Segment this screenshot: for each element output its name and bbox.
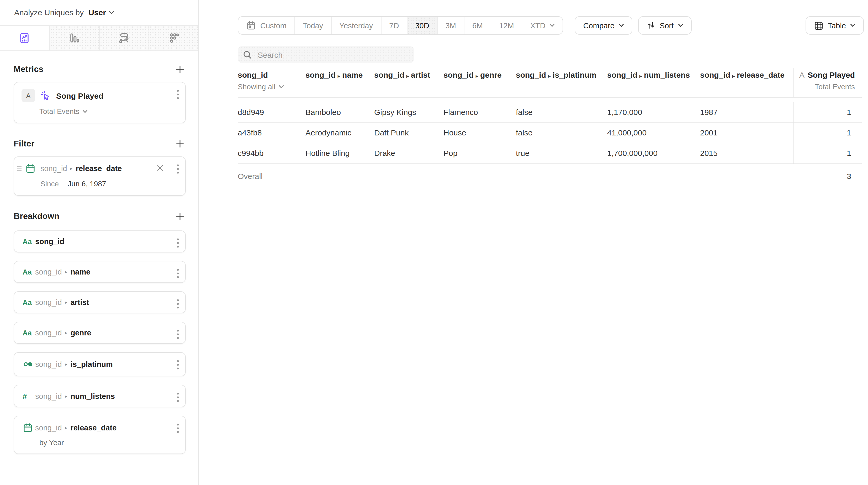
breakdown-kebab-menu[interactable] [177,330,179,339]
date-range-yesterday[interactable]: Yesterday [331,17,381,34]
text-property-icon: Aa [23,298,35,306]
tab-flows[interactable] [99,26,149,51]
column-header-is-platinum[interactable]: song_id▸is_platinum [516,68,607,97]
property-separator: ▸ [338,73,340,79]
plus-icon [176,140,184,148]
number-property-icon: # [23,392,35,400]
search-input[interactable] [257,50,409,60]
column-header-genre[interactable]: song_id▸genre [443,68,516,97]
column-header-num-listens[interactable]: song_id▸num_listens [607,68,700,97]
sort-button[interactable]: Sort [638,16,691,35]
analysis-entity-selector[interactable]: User [88,8,106,17]
calendar-icon [246,21,256,30]
column-header-parent: song_id [516,70,546,79]
breakdown-card[interactable]: Aa song_id [13,231,186,252]
drag-handle-icon[interactable] [17,166,22,171]
date-range-3m[interactable]: 3M [437,17,464,34]
breakdown-kebab-menu[interactable] [177,424,179,433]
cell-is-platinum: false [516,102,607,123]
date-range-12m[interactable]: 12M [491,17,522,34]
cell-is-platinum: true [516,143,607,164]
breakdown-kebab-menu[interactable] [177,393,179,402]
filter-value[interactable]: Jun 6, 1987 [68,180,106,188]
overall-empty-cell [516,164,607,189]
breakdown-property: name [70,268,91,276]
column-header-release-date[interactable]: song_id▸release_date [700,68,794,97]
add-metric-button[interactable] [174,63,186,75]
breakdown-parent-property: song_id [35,298,62,306]
remove-filter-icon[interactable] [157,165,163,171]
column-header-label: artist [411,70,430,79]
breakdown-card[interactable]: Aa song_id ▸ name [13,261,186,283]
cell-release-date: 1987 [700,102,794,123]
column-header-parent: song_id [374,70,404,79]
overall-empty-cell [700,164,794,189]
metrics-title: Metrics [13,65,43,74]
breakdown-card[interactable]: # song_id ▸ num_listens [13,385,186,407]
column-header-artist[interactable]: song_id▸artist [374,68,443,97]
property-separator: ▸ [640,73,642,79]
date-range-today[interactable]: Today [294,17,331,34]
breakdown-parent-property: song_id [35,360,62,368]
date-range-30d[interactable]: 30D [407,17,437,34]
calendar-icon [25,163,36,174]
breakdown-kebab-menu[interactable] [177,238,179,248]
overall-empty-cell [305,164,374,189]
tab-insights[interactable] [0,26,49,51]
date-range-label: Today [303,21,323,30]
filter-card[interactable]: song_id ▸ release_date Since Jun 6, 1987 [13,156,186,196]
cell-song-id: a43fb8 [238,123,305,143]
add-filter-button[interactable] [174,138,186,150]
breakdown-kebab-menu[interactable] [177,360,179,369]
column-header-label: num_listens [644,70,690,79]
column-header-label: genre [480,70,502,79]
breakdown-kebab-menu[interactable] [177,299,179,309]
breakdown-parent-property: song_id [35,424,62,432]
add-breakdown-button[interactable] [174,211,186,222]
breakdown-card[interactable]: Aa song_id ▸ genre [13,322,186,344]
cell-artist: Drake [374,143,443,164]
event-click-icon [40,90,52,101]
metric-kebab-menu[interactable] [177,90,179,99]
column-header-metric[interactable]: ASong Played Total Events [794,68,865,97]
visualization-type-button[interactable]: Table [806,16,864,35]
date-range-xtd[interactable]: XTD [522,17,563,34]
tab-retention[interactable] [149,26,198,51]
breakdown-section-header: Breakdown [13,211,186,222]
breakdown-card[interactable]: song_id ▸ is_platinum [13,352,186,376]
visualization-type-label: Table [828,21,846,30]
showing-all-label: Showing all [238,83,275,91]
column-header-parent: song_id [700,70,730,79]
column-header-name[interactable]: song_id▸name [305,68,374,97]
table-grid-icon [814,21,824,30]
breakdown-kebab-menu[interactable] [177,269,179,278]
showing-all-selector[interactable]: Showing all [238,83,300,91]
date-range-7d[interactable]: 7D [381,17,407,34]
filter-kebab-menu[interactable] [177,164,179,174]
property-separator: ▸ [476,73,478,79]
breakdown-card[interactable]: Aa song_id ▸ artist [13,291,186,313]
tab-funnels[interactable] [49,26,99,51]
plus-icon [176,212,184,220]
property-separator: ▸ [65,362,67,367]
metric-card[interactable]: A Song Played Total Events [13,82,186,123]
cell-num-listens: 1,700,000,000 [607,143,700,164]
table-search-bar[interactable] [238,46,414,63]
cell-name: Bamboleo [305,102,374,123]
text-property-icon: Aa [23,268,35,276]
breakdown-bucket-modifier[interactable]: by Year [39,438,179,447]
metric-aggregation-selector[interactable]: Total Events [39,107,179,116]
flows-icon [118,32,130,44]
compare-button[interactable]: Compare [575,16,632,35]
calendar-icon [23,423,35,433]
column-header-label: name [342,70,363,79]
report-type-tabs [0,25,198,51]
text-property-icon: Aa [23,329,35,337]
column-header-song-id[interactable]: song_id Showing all [238,68,305,97]
date-range-6m[interactable]: 6M [464,17,491,34]
filter-operator[interactable]: Since [40,180,59,188]
date-range-custom[interactable]: Custom [238,17,294,34]
breakdown-parent-property: song_id [35,329,62,337]
breakdown-card[interactable]: song_id ▸ release_date by Year [13,416,186,454]
chevron-down-icon [108,10,115,15]
